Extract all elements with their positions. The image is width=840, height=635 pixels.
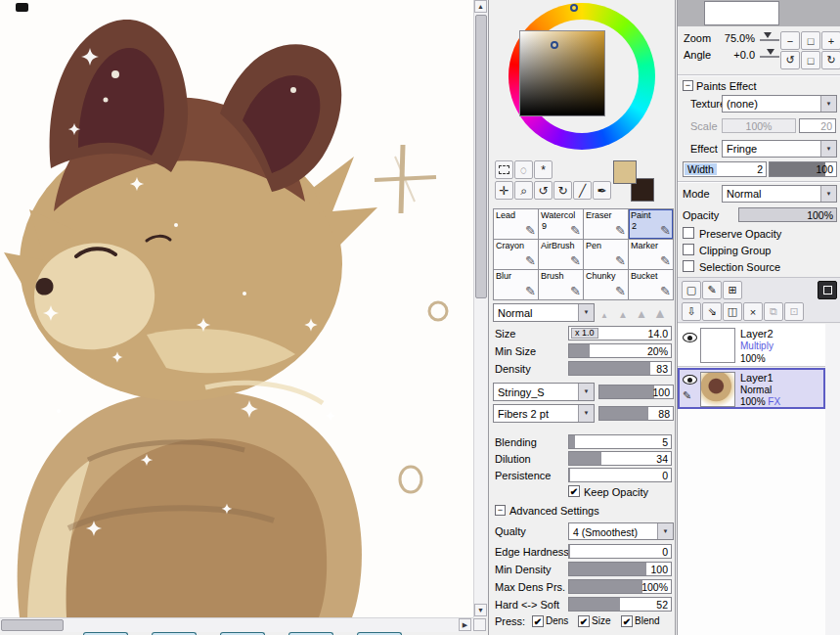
delete-layer-button[interactable]: × (743, 302, 763, 321)
brush-tip-small[interactable]: ▲ (600, 312, 608, 320)
zoom-reset-button[interactable]: □ (801, 31, 820, 50)
brush-marker[interactable]: Marker✎ (629, 240, 673, 269)
brush-chunky[interactable]: Chunky✎ (584, 270, 628, 299)
texture-stringy-dropdown[interactable]: Stringy_S ▼ (493, 383, 595, 401)
brush-crayon[interactable]: Crayon✎ (494, 240, 538, 269)
zoom-slider-marker[interactable] (764, 32, 772, 38)
zoom-tool[interactable]: ⌕ (514, 181, 533, 200)
size-slider[interactable]: x 1.0 14.0 (568, 326, 672, 340)
layer-opacity-slider[interactable]: 100% (738, 207, 837, 222)
paste-layer-button[interactable]: ⊡ (784, 302, 804, 321)
layer-item-layer1-selected[interactable]: ✎ Layer1 Normal 100% FX (678, 368, 825, 409)
max-dens-prs-slider[interactable]: 100% (568, 579, 672, 594)
clipping-group-checkbox[interactable] (683, 244, 694, 255)
dilution-slider[interactable]: 34 (568, 451, 672, 466)
saturation-value-square[interactable] (519, 30, 605, 116)
press-dens-checkbox[interactable]: ✔ (532, 615, 544, 627)
hard-soft-slider[interactable]: 52 (568, 597, 672, 612)
min-density-slider[interactable]: 100 (568, 562, 672, 576)
scroll-up-button[interactable]: ▲ (474, 0, 487, 13)
brush-watercol[interactable]: Watercol9✎ (539, 209, 583, 239)
min-size-slider[interactable]: 20% (568, 343, 672, 358)
density-slider[interactable]: 83 (568, 361, 672, 376)
persistence-slider[interactable]: 0 (568, 468, 672, 482)
brush-pen[interactable]: Pen✎ (584, 240, 628, 269)
visibility-eye-icon[interactable] (683, 375, 697, 385)
layer-mode-dropdown[interactable]: Normal ▼ (722, 185, 837, 203)
collapse-icon[interactable]: − (683, 80, 693, 91)
brush-tip-large[interactable]: ▲ (636, 308, 647, 320)
angle-slider-marker[interactable] (767, 49, 774, 55)
tool-panel: ◌ * ✛ ⌕ ↺ ↻ ╱ ✒ Lead✎ Watercol9✎ Eraser✎… (488, 0, 676, 635)
keep-opacity-checkbox[interactable]: ✔ (568, 485, 580, 497)
foreground-color-swatch[interactable] (613, 160, 637, 184)
transfer-down-button[interactable]: ⇩ (682, 302, 701, 321)
texture-dropdown[interactable]: (none) ▼ (722, 95, 837, 113)
effect-dropdown[interactable]: Fringe ▼ (722, 140, 837, 158)
copy-layer-button[interactable]: ⧉ (764, 302, 783, 321)
clear-layer-icon: ◫ (728, 305, 737, 318)
layer-list-scroll-track[interactable] (825, 324, 840, 635)
blending-slider[interactable]: 5 (568, 434, 672, 449)
new-layer-button[interactable]: ▢ (682, 281, 701, 299)
fibers-strength-slider[interactable]: 88 (598, 406, 674, 421)
clear-layer-button[interactable]: ◫ (723, 302, 742, 321)
marquee-select-tool[interactable] (495, 160, 513, 179)
brush-airbrush[interactable]: AirBrush✎ (539, 240, 583, 269)
horizontal-scroll-thumb[interactable] (1, 619, 64, 631)
lasso-tool[interactable]: ◌ (514, 160, 533, 179)
brush-bucket[interactable]: Bucket✎ (629, 270, 673, 299)
edge-hardness-slider[interactable]: 0 (568, 544, 672, 559)
canvas-viewport[interactable] (0, 0, 473, 617)
brush-tip-medium[interactable]: ▲ (618, 310, 628, 320)
merge-down-button[interactable]: ⇘ (702, 302, 722, 321)
zoom-slider[interactable] (760, 39, 779, 41)
stringy-strength-slider[interactable]: 100 (598, 385, 674, 399)
fringe-width-box[interactable]: Width 2 (683, 161, 767, 177)
move-tool[interactable]: ✛ (495, 181, 513, 200)
rotate-ccw-tool[interactable]: ↺ (534, 181, 553, 200)
canvas-horizontal-scrollbar[interactable]: ▶ (0, 617, 473, 632)
brush-tip-xlarge[interactable]: ▲ (653, 306, 667, 320)
scroll-down-button[interactable]: ▼ (474, 604, 487, 616)
hue-ring-marker[interactable] (570, 4, 578, 12)
texture-fibers-dropdown[interactable]: Fibers 2 pt ▼ (493, 404, 595, 423)
zoom-out-button[interactable]: − (780, 31, 800, 50)
brush-lead[interactable]: Lead✎ (494, 209, 538, 239)
brush-blur[interactable]: Blur✎ (494, 270, 538, 299)
marquee-icon (499, 165, 509, 174)
sv-marker[interactable] (551, 41, 558, 49)
rotate-cw-tool[interactable]: ↻ (553, 181, 572, 200)
visibility-eye-icon[interactable] (683, 333, 697, 342)
quality-dropdown[interactable]: 4 (Smoothest) ▼ (568, 522, 674, 540)
fringe-width-slider[interactable]: 100 (769, 161, 837, 177)
press-size-checkbox[interactable]: ✔ (578, 615, 590, 627)
collapse-icon[interactable]: − (495, 505, 506, 516)
zoom-in-button[interactable]: + (821, 31, 840, 50)
new-layer-set-button[interactable]: ⊞ (723, 281, 742, 299)
brush-blend-mode-dropdown[interactable]: Normal ▼ (493, 303, 595, 322)
magic-wand-tool[interactable]: * (534, 160, 553, 179)
eyedropper-tool[interactable]: ╱ (573, 181, 592, 200)
brush-paint-selected[interactable]: Paint2✎ (629, 209, 673, 239)
navigator-preview[interactable] (678, 0, 840, 26)
canvas-vertical-scrollbar[interactable]: ▲ ▼ (473, 0, 488, 617)
angle-slider[interactable] (760, 56, 779, 58)
selection-display-button[interactable] (818, 281, 837, 299)
navigator-layer-panel: Zoom 75.0% Angle +0.0 − □ + ↺ □ ↻ − Pain… (677, 0, 840, 635)
rotate-cw-button[interactable]: ↻ (821, 51, 840, 69)
brush-eraser[interactable]: Eraser✎ (584, 209, 628, 239)
layer-item-layer2[interactable]: Layer2 Multiply 100% (678, 324, 825, 367)
preserve-opacity-checkbox[interactable] (683, 227, 694, 239)
press-blend-checkbox[interactable]: ✔ (621, 615, 633, 627)
rotate-ccw-button[interactable]: ↺ (780, 51, 800, 69)
rotate-reset-button[interactable]: □ (801, 51, 820, 69)
press-label: Press: (495, 615, 525, 627)
selection-source-checkbox[interactable] (683, 260, 694, 272)
vertical-scroll-thumb[interactable] (475, 15, 487, 298)
new-linework-layer-button[interactable]: ✎ (702, 281, 722, 299)
scroll-right-button[interactable]: ▶ (459, 618, 471, 631)
size-multiplier-chip[interactable]: x 1.0 (571, 328, 598, 339)
pen-cursor-tool[interactable]: ✒ (593, 181, 611, 200)
brush-brush[interactable]: Brush✎ (539, 270, 583, 299)
